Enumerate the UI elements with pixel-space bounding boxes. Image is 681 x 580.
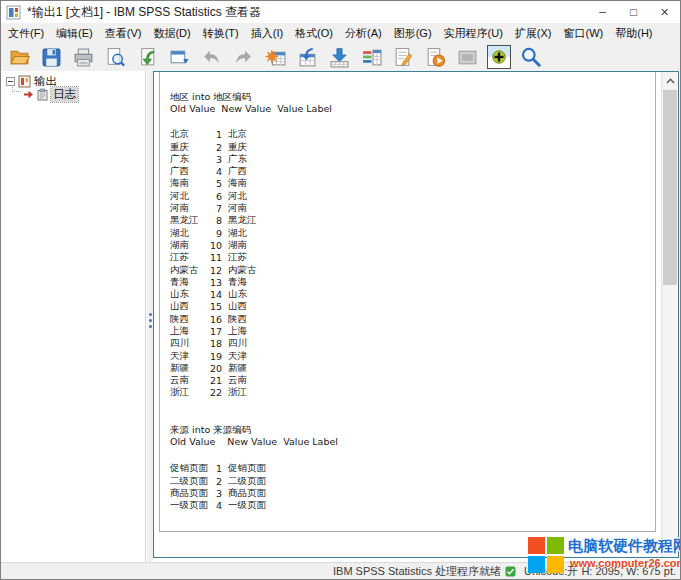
recall-dialogs-icon xyxy=(169,47,190,68)
run-script-button[interactable] xyxy=(423,45,447,69)
new-value: 14 xyxy=(210,289,222,300)
new-value: 18 xyxy=(210,338,222,349)
undo-button[interactable] xyxy=(199,45,223,69)
new-value: 15 xyxy=(210,301,222,312)
variables-icon xyxy=(361,47,382,68)
menu-item[interactable]: 查看(V) xyxy=(99,24,148,43)
open-button[interactable] xyxy=(7,45,31,69)
recode-row: 四川 18 四川 xyxy=(170,338,332,350)
new-value: 17 xyxy=(210,326,222,337)
menu-item[interactable]: 格式(O) xyxy=(289,24,339,43)
app-icon[interactable] xyxy=(6,5,21,20)
output-content-pane: 地区 into 地区编码 Old Value New Value Value L… xyxy=(153,71,679,558)
old-value: 湖南 xyxy=(170,239,210,252)
window-title: *输出1 [文档1] - IBM SPSS Statistics 查看器 xyxy=(27,4,261,21)
menu-item[interactable]: 帮助(H) xyxy=(609,24,658,43)
old-value: 湖北 xyxy=(170,227,210,240)
print-button[interactable] xyxy=(71,45,95,69)
select-output-button[interactable] xyxy=(455,45,479,69)
menu-item[interactable]: 扩展(X) xyxy=(509,24,558,43)
recode-row: 促销页面 1 促销页面 xyxy=(170,463,338,475)
old-value: 二级页面 xyxy=(170,475,210,488)
menu-item[interactable]: 窗口(W) xyxy=(558,24,610,43)
menu-item[interactable]: 插入(I) xyxy=(245,24,289,43)
recode-row: 浙江 22 浙江 xyxy=(170,387,332,399)
value-label: 河南 xyxy=(228,202,247,215)
open-folder-icon xyxy=(9,47,30,68)
value-label: 江苏 xyxy=(228,251,247,264)
value-label: 重庆 xyxy=(228,141,247,154)
recode-row: 二级页面 2 二级页面 xyxy=(170,475,338,487)
section-title: 来源 into 来源编码 xyxy=(170,424,338,436)
recode-row: 广东 3 广东 xyxy=(170,153,332,165)
edit-script-button[interactable] xyxy=(391,45,415,69)
menu-item[interactable]: 编辑(E) xyxy=(50,24,99,43)
value-label: 海南 xyxy=(228,177,247,190)
recode-row: 云南 21 云南 xyxy=(170,375,332,387)
old-value: 青海 xyxy=(170,276,210,289)
recode-section-source: 来源 into 来源编码 Old Value New Value Value L… xyxy=(170,424,338,512)
old-value: 陕西 xyxy=(170,313,210,326)
vertical-scrollbar[interactable] xyxy=(661,72,678,557)
old-value: 商品页面 xyxy=(170,487,210,500)
new-value: 1 xyxy=(210,129,222,140)
variables-button[interactable] xyxy=(359,45,383,69)
new-value: 16 xyxy=(210,314,222,325)
menu-item[interactable]: 分析(A) xyxy=(339,24,388,43)
value-label: 四川 xyxy=(228,337,247,350)
close-button[interactable]: ✕ xyxy=(649,1,680,23)
menu-item[interactable]: 图形(G) xyxy=(388,24,438,43)
menu-item[interactable]: 实用程序(U) xyxy=(438,24,509,43)
value-label: 二级页面 xyxy=(228,475,266,488)
old-value: 山西 xyxy=(170,300,210,313)
goto-variable-icon xyxy=(329,47,350,68)
print-preview-button[interactable] xyxy=(103,45,127,69)
find-button[interactable] xyxy=(519,45,543,69)
redo-button[interactable] xyxy=(231,45,255,69)
minimize-button[interactable]: – xyxy=(587,1,618,23)
export-button[interactable] xyxy=(135,45,159,69)
recode-row: 江苏 11 江苏 xyxy=(170,252,332,264)
goto-case-icon xyxy=(297,47,318,68)
goto-data-button[interactable] xyxy=(263,45,287,69)
recall-dialogs-button[interactable] xyxy=(167,45,191,69)
old-value: 上海 xyxy=(170,325,210,338)
menu-item[interactable]: 文件(F) xyxy=(2,24,50,43)
splitter-handle-icon xyxy=(149,313,152,328)
collapse-icon[interactable] xyxy=(6,77,15,86)
edit-script-icon xyxy=(393,47,414,68)
scroll-up-icon[interactable] xyxy=(662,73,678,89)
new-value: 10 xyxy=(210,240,222,251)
value-label: 一级页面 xyxy=(228,499,266,512)
log-icon xyxy=(36,88,49,101)
new-value: 22 xyxy=(210,387,222,398)
new-value: 7 xyxy=(210,203,222,214)
goto-data-icon xyxy=(265,47,286,68)
new-value: 6 xyxy=(210,191,222,202)
save-button[interactable] xyxy=(39,45,63,69)
menu-item[interactable]: 转换(T) xyxy=(197,24,245,43)
goto-variable-button[interactable] xyxy=(327,45,351,69)
section-columns-header: Old Value New Value Value Label xyxy=(170,103,332,115)
menu-item[interactable]: 数据(D) xyxy=(147,24,196,43)
recode-row: 海南 5 海南 xyxy=(170,178,332,190)
recode-row: 湖北 9 湖北 xyxy=(170,227,332,239)
new-value: 20 xyxy=(210,363,222,374)
goto-case-button[interactable] xyxy=(295,45,319,69)
designate-window-button[interactable] xyxy=(487,45,511,69)
old-value: 河北 xyxy=(170,190,210,203)
old-value: 山东 xyxy=(170,288,210,301)
maximize-button[interactable]: □ xyxy=(618,1,649,23)
new-value: 1 xyxy=(210,463,222,474)
scrollbar-thumb[interactable] xyxy=(663,90,677,285)
old-value: 内蒙古 xyxy=(170,264,210,277)
recode-row: 陕西 16 陕西 xyxy=(170,313,332,325)
recode-section-region: 地区 into 地区编码 Old Value New Value Value L… xyxy=(170,91,332,399)
new-value: 4 xyxy=(210,166,222,177)
recode-row: 黑龙江 8 黑龙江 xyxy=(170,215,332,227)
title-bar: *输出1 [文档1] - IBM SPSS Statistics 查看器 – □… xyxy=(1,1,680,23)
recode-row: 青海 13 青海 xyxy=(170,276,332,288)
tree-item-log[interactable]: 日志 xyxy=(23,87,78,102)
old-value: 一级页面 xyxy=(170,499,210,512)
watermark-logo-icon xyxy=(528,537,564,573)
